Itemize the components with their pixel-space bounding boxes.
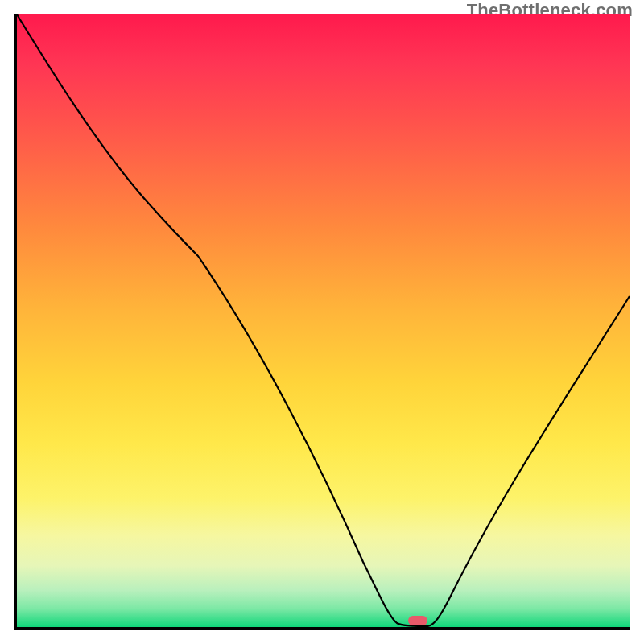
chart-container: TheBottleneck.com: [0, 0, 644, 644]
optimal-marker: [408, 616, 427, 625]
bottleneck-curve: [17, 14, 630, 627]
plot-area: [14, 14, 630, 630]
curve-path: [17, 14, 630, 626]
